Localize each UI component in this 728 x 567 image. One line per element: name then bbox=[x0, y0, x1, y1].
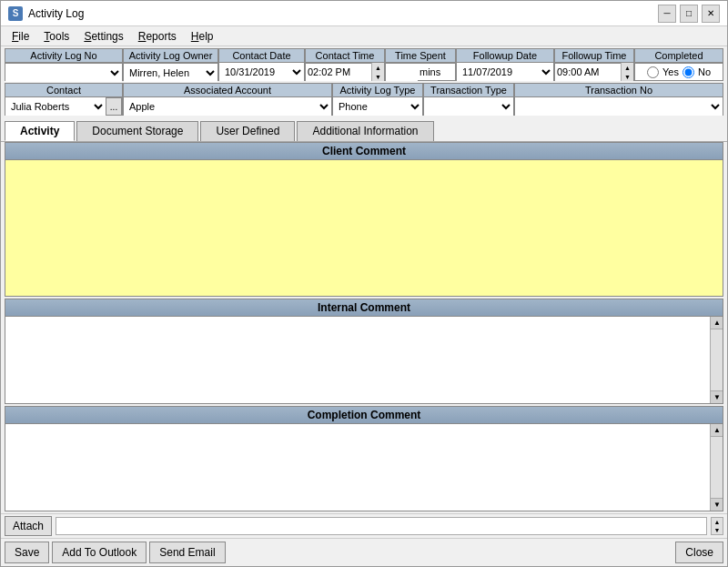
label-transaction-type: Transaction Type bbox=[423, 83, 514, 97]
main-window: S Activity Log ─ □ ✕ File Tools Settings… bbox=[0, 0, 728, 567]
internal-comment-section: Internal Comment ▲ ▼ bbox=[5, 299, 723, 404]
mins-label: mins bbox=[418, 66, 442, 77]
tab-activity[interactable]: Activity bbox=[5, 121, 75, 141]
transaction-type-select[interactable] bbox=[424, 97, 513, 116]
completed-no-radio[interactable] bbox=[682, 66, 694, 78]
menu-settings[interactable]: Settings bbox=[76, 28, 130, 45]
menu-reports[interactable]: Reports bbox=[131, 28, 184, 45]
completion-comment-section: Completion Comment ▲ ▼ bbox=[5, 406, 723, 511]
internal-comment-header: Internal Comment bbox=[5, 299, 723, 317]
followup-date-select[interactable]: 11/07/2019 bbox=[457, 63, 553, 81]
tab-user-defined[interactable]: User Defined bbox=[200, 121, 295, 141]
completion-scroll-up[interactable]: ▲ bbox=[711, 424, 723, 437]
menu-help[interactable]: Help bbox=[184, 28, 221, 45]
activity-log-no-select[interactable] bbox=[5, 64, 122, 82]
completion-comment-header: Completion Comment bbox=[5, 406, 723, 424]
footer-bar: Save Add To Outlook Send Email Close bbox=[1, 538, 727, 566]
label-time-spent: Time Spent bbox=[385, 48, 456, 63]
label-contact-time: Contact Time bbox=[305, 48, 385, 63]
label-associated-account: Associated Account bbox=[123, 83, 332, 97]
menu-tools[interactable]: Tools bbox=[36, 28, 76, 45]
label-followup-date: Followup Date bbox=[456, 48, 554, 63]
menu-file[interactable]: File bbox=[5, 28, 36, 45]
close-button[interactable]: Close bbox=[675, 542, 723, 563]
title-bar: S Activity Log ─ □ ✕ bbox=[1, 1, 727, 26]
completed-yes-radio[interactable] bbox=[647, 66, 659, 78]
close-window-button[interactable]: ✕ bbox=[702, 5, 720, 23]
contact-date-select[interactable]: 10/31/2019 bbox=[219, 63, 304, 81]
completion-scroll-down[interactable]: ▼ bbox=[711, 498, 723, 511]
contact-time-input[interactable]: 02:02 PM bbox=[306, 64, 371, 81]
activity-log-type-select[interactable]: Phone bbox=[333, 97, 422, 116]
add-to-outlook-button[interactable]: Add To Outlook bbox=[52, 542, 147, 563]
send-email-button[interactable]: Send Email bbox=[149, 542, 225, 563]
client-comment-section: Client Comment bbox=[5, 142, 723, 297]
app-icon: S bbox=[8, 6, 23, 21]
completed-no-label: No bbox=[698, 66, 711, 77]
scroll-down-arrow[interactable]: ▼ bbox=[711, 390, 723, 403]
completion-comment-textarea[interactable] bbox=[5, 424, 710, 511]
internal-comment-scrollbar[interactable]: ▲ ▼ bbox=[710, 317, 723, 403]
label-contact: Contact bbox=[5, 83, 123, 97]
label-transaction-no: Transaction No bbox=[514, 83, 723, 97]
contact-time-spinner[interactable]: ▲ ▼ bbox=[371, 63, 384, 81]
label-activity-log-owner: Activity Log Owner bbox=[123, 48, 218, 63]
label-followup-time: Followup Time bbox=[554, 48, 634, 63]
label-completed: Completed bbox=[634, 48, 723, 63]
tab-strip: Activity Document Storage User Defined A… bbox=[1, 117, 727, 141]
label-activity-log-type: Activity Log Type bbox=[332, 83, 423, 97]
label-contact-date: Contact Date bbox=[218, 48, 305, 63]
attach-field bbox=[56, 517, 707, 535]
completed-yes-label: Yes bbox=[662, 66, 679, 77]
contact-ellipsis-button[interactable]: ... bbox=[106, 97, 122, 116]
internal-comment-textarea[interactable] bbox=[5, 317, 710, 403]
client-comment-header: Client Comment bbox=[5, 142, 723, 160]
scroll-up-arrow[interactable]: ▲ bbox=[711, 317, 723, 329]
tab-document-storage[interactable]: Document Storage bbox=[76, 121, 198, 141]
window-title: Activity Log bbox=[28, 7, 84, 20]
activity-log-owner-select[interactable]: Mirren, Helen bbox=[124, 64, 217, 82]
attach-bar: Attach ▲ ▼ bbox=[1, 513, 727, 538]
contact-select[interactable]: Julia Roberts bbox=[5, 97, 106, 116]
minimize-button[interactable]: ─ bbox=[658, 5, 676, 23]
save-button[interactable]: Save bbox=[5, 542, 49, 563]
associated-account-select[interactable]: Apple bbox=[124, 97, 331, 116]
label-activity-log-no: Activity Log No bbox=[5, 48, 123, 63]
attach-button[interactable]: Attach bbox=[5, 516, 52, 536]
menu-bar: File Tools Settings Reports Help bbox=[1, 26, 727, 46]
completion-comment-scrollbar[interactable]: ▲ ▼ bbox=[710, 424, 723, 511]
followup-time-input[interactable]: 09:00 AM bbox=[555, 64, 621, 81]
maximize-button[interactable]: □ bbox=[680, 5, 698, 23]
followup-time-spinner[interactable]: ▲ ▼ bbox=[621, 63, 633, 81]
tab-additional-information[interactable]: Additional Information bbox=[297, 121, 433, 141]
client-comment-textarea[interactable] bbox=[5, 160, 723, 296]
transaction-no-select[interactable] bbox=[515, 97, 723, 116]
attach-spinner[interactable]: ▲ ▼ bbox=[711, 517, 723, 535]
time-spent-input[interactable] bbox=[386, 64, 418, 81]
